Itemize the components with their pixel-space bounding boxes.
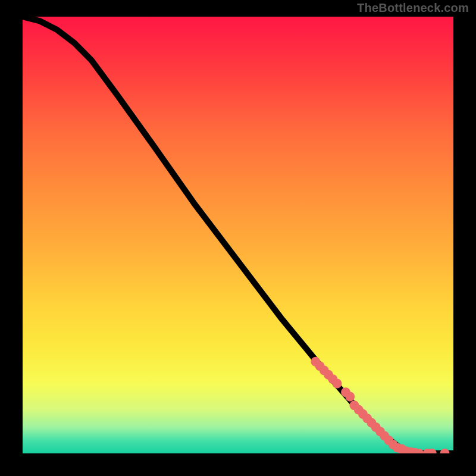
chart-svg xyxy=(23,17,453,453)
chart-plot-area xyxy=(23,17,453,453)
chart-data-points xyxy=(311,357,449,453)
chart-data-point xyxy=(440,449,450,453)
chart-frame: TheBottleneck.com xyxy=(0,0,476,476)
watermark-text: TheBottleneck.com xyxy=(357,1,469,15)
chart-data-point xyxy=(345,392,355,402)
chart-data-point xyxy=(333,378,342,388)
chart-curve xyxy=(23,17,453,453)
